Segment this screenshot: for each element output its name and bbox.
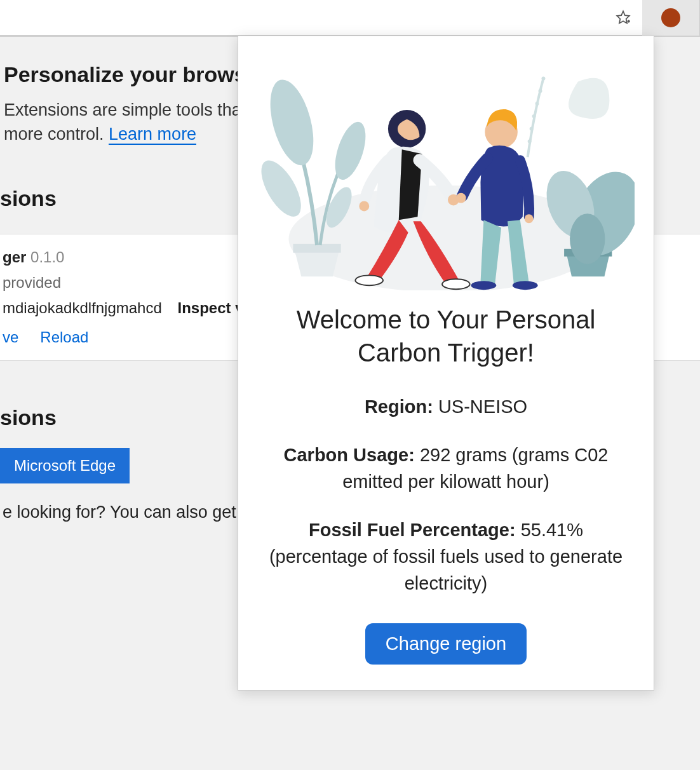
svg-point-4 xyxy=(262,75,321,170)
bookmark-star-icon[interactable] xyxy=(614,9,632,27)
extension-popup: Welcome to Your Personal Carbon Trigger!… xyxy=(238,36,654,691)
svg-point-13 xyxy=(539,89,542,93)
address-bar[interactable] xyxy=(0,0,614,35)
carbon-usage-row: Carbon Usage: 292 grams (grams C02 emitt… xyxy=(257,442,635,495)
intro-text-line2: more control. xyxy=(4,125,109,144)
extension-version: 0.1.0 xyxy=(30,248,64,266)
svg-point-27 xyxy=(513,281,538,290)
extension-name: ger xyxy=(3,248,26,266)
welcome-illustration xyxy=(257,55,635,297)
svg-point-14 xyxy=(535,102,539,105)
learn-more-link[interactable]: Learn more xyxy=(109,125,196,145)
svg-point-26 xyxy=(471,281,497,290)
region-label: Region: xyxy=(365,396,433,417)
reload-link[interactable]: Reload xyxy=(40,328,88,346)
profile-avatar-icon xyxy=(661,8,680,27)
browser-toolbar xyxy=(0,0,700,36)
store-button[interactable]: Microsoft Edge xyxy=(0,448,130,483)
svg-point-22 xyxy=(442,279,470,289)
extension-id: mdiajokadkdlfnjgmahcd xyxy=(3,299,162,316)
fossil-fuel-row: Fossil Fuel Percentage: 55.41% (percenta… xyxy=(257,517,635,597)
svg-point-16 xyxy=(530,127,534,131)
profile-button[interactable] xyxy=(642,0,699,36)
svg-point-21 xyxy=(355,275,383,285)
svg-point-15 xyxy=(532,114,536,118)
svg-point-17 xyxy=(528,140,532,144)
change-region-button[interactable]: Change region xyxy=(365,623,527,665)
svg-point-25 xyxy=(525,214,534,223)
svg-point-20 xyxy=(359,201,369,212)
carbon-usage-label: Carbon Usage: xyxy=(284,445,415,465)
svg-point-6 xyxy=(329,118,372,184)
svg-rect-3 xyxy=(293,244,340,253)
region-value: US-NEISO xyxy=(438,396,527,417)
svg-point-24 xyxy=(456,193,466,203)
region-row: Region: US-NEISO xyxy=(257,393,635,420)
intro-text-line1: Extensions are simple tools tha xyxy=(4,100,241,119)
svg-point-12 xyxy=(541,77,545,81)
remove-link[interactable]: ve xyxy=(3,328,18,346)
fossil-fuel-label: Fossil Fuel Percentage: xyxy=(309,520,516,540)
popup-title: Welcome to Your Personal Carbon Trigger! xyxy=(257,303,635,369)
svg-point-11 xyxy=(570,213,605,264)
